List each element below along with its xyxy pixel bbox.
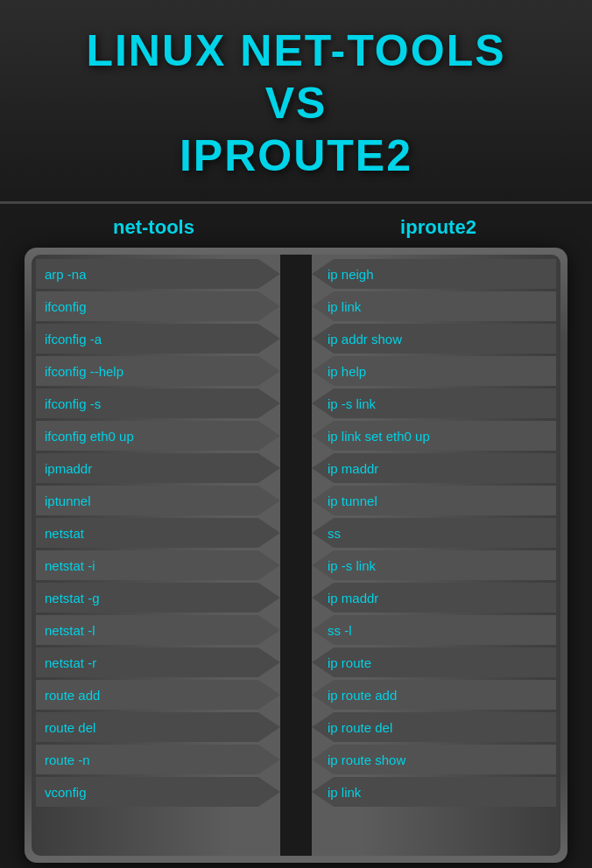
table-row: ip link — [312, 291, 556, 321]
table-row: ifconfig -a — [36, 324, 280, 354]
table-row: ip neigh — [312, 259, 556, 289]
left-col-header: net-tools — [33, 216, 274, 239]
center-divider — [280, 255, 312, 856]
table-row: ifconfig — [36, 291, 280, 321]
table-row: ipmaddr — [36, 453, 280, 483]
table-row: netstat -r — [36, 648, 280, 677]
table-row: ss -l — [312, 615, 556, 645]
right-column: ip neighip linkip addr showip helpip -s … — [312, 255, 560, 856]
table-row: ip route add — [312, 680, 556, 710]
table-row: vconfig — [36, 777, 280, 807]
table-row: route del — [36, 712, 280, 742]
footer: LinOxide.com Detailed : http://linoxide.… — [0, 863, 592, 868]
table-row: ss — [312, 518, 556, 548]
table-row: ip tunnel — [312, 486, 556, 515]
table-row: iptunnel — [36, 486, 280, 515]
comparison-table-outer: arp -naifconfigifconfig -aifconfig --hel… — [25, 248, 567, 863]
table-row: ip route show — [312, 745, 556, 774]
right-col-header: iproute2 — [318, 216, 559, 239]
table-row: ifconfig --help — [36, 356, 280, 386]
table-row: ip maddr — [312, 583, 556, 612]
table-row: netstat -g — [36, 583, 280, 612]
table-row: ip -s link — [312, 388, 556, 418]
table-row: ip -s link — [312, 550, 556, 580]
table-row: ip route — [312, 648, 556, 677]
table-row: ip maddr — [312, 453, 556, 483]
table-row: ip route del — [312, 712, 556, 742]
table-row: ip link set eth0 up — [312, 421, 556, 451]
table-row: route -n — [36, 745, 280, 774]
table-row: netstat — [36, 518, 280, 548]
table-row: ip addr show — [312, 324, 556, 354]
table-row: ip help — [312, 356, 556, 386]
header-section: LINUX NET-TOOLS VS IPROUTE2 — [0, 0, 592, 204]
table-row: netstat -l — [36, 615, 280, 645]
main-title: LINUX NET-TOOLS VS IPROUTE2 — [86, 24, 505, 182]
table-row: ifconfig -s — [36, 388, 280, 418]
table-row: arp -na — [36, 259, 280, 289]
comparison-table-inner: arp -naifconfigifconfig -aifconfig --hel… — [32, 255, 560, 856]
table-row: route add — [36, 680, 280, 710]
table-row: netstat -i — [36, 550, 280, 580]
table-row: ip link — [312, 777, 556, 807]
table-row: ifconfig eth0 up — [36, 421, 280, 451]
left-column: arp -naifconfigifconfig -aifconfig --hel… — [32, 255, 280, 856]
